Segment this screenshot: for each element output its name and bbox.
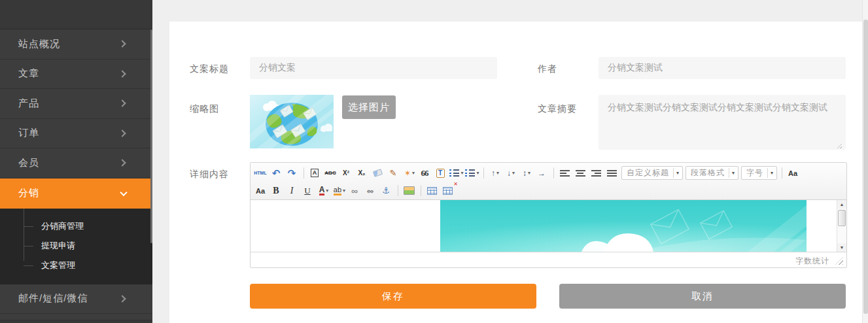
rich-text-editor: HTML ↶ ↷ <box>250 162 847 268</box>
thumbnail-image <box>250 95 334 148</box>
sidebar-item[interactable]: 站点概况 <box>0 29 152 60</box>
sidebar-subitem[interactable]: 文案管理 <box>0 256 152 275</box>
chevron-down-icon <box>120 188 127 196</box>
page-scrollbar-thumb[interactable] <box>863 20 868 314</box>
eraser-icon[interactable] <box>371 166 385 180</box>
anchor-icon[interactable]: ⚓ <box>379 184 394 198</box>
to-uppercase-icon[interactable]: Aa <box>786 166 801 180</box>
editor-toolbar: HTML ↶ ↷ <box>251 163 846 200</box>
sidebar-subitem[interactable]: 提现申请 <box>0 236 152 256</box>
indent-icon[interactable]: → <box>535 166 549 180</box>
paragraph-format-select[interactable]: 段落格式 ▾ <box>686 166 738 180</box>
toolbar-separator <box>553 167 554 178</box>
editor-content-area[interactable]: ▲ ▼ <box>251 200 846 252</box>
toolbar-row-2: Aa B I U <box>253 182 844 199</box>
html-source-icon[interactable]: HTML <box>254 166 268 180</box>
toolbar-row-1: HTML ↶ ↷ <box>253 164 844 182</box>
delete-table-icon[interactable] <box>441 184 455 198</box>
font-color-icon[interactable]: A ▾ <box>317 184 331 198</box>
autotypeset-icon[interactable]: ✶ ▾ <box>402 166 417 180</box>
content-banner-image <box>440 200 807 252</box>
cancel-button[interactable]: 取消 <box>559 284 846 309</box>
to-lowercase-icon[interactable]: Aa <box>254 184 268 198</box>
sidebar-submenu: 分销商管理 提现申请 文案管理 <box>0 209 152 284</box>
underline-icon[interactable]: U <box>301 184 315 198</box>
save-button[interactable]: 保存 <box>250 284 536 309</box>
paste-text-icon[interactable]: T <box>434 166 448 180</box>
undo-icon[interactable]: ↶ <box>269 166 284 180</box>
image-icon[interactable] <box>402 184 417 198</box>
font-size-select[interactable]: 字号 ▾ <box>741 166 777 180</box>
content-panel: 文案标题 作者 缩略图 选 <box>169 22 862 323</box>
thumbnail-label: 缩略图 <box>190 103 219 115</box>
editor-scrollbar: ▲ ▼ <box>837 200 846 252</box>
word-count-label: 字数统计 <box>795 256 829 267</box>
align-center-icon[interactable] <box>574 166 588 180</box>
custom-title-select[interactable]: 自定义标题 ▾ <box>621 166 683 180</box>
choose-image-button[interactable]: 选择图片 <box>342 95 396 119</box>
author-input[interactable] <box>599 57 846 79</box>
sidebar-menu-bottom: 邮件/短信/微信 <box>0 284 152 314</box>
back-color-icon[interactable]: ab ▾ <box>332 184 347 198</box>
toolbar-separator <box>782 167 782 178</box>
chevron-right-icon <box>118 70 126 77</box>
char-border-icon[interactable]: A <box>308 166 322 180</box>
title-input[interactable] <box>250 57 497 79</box>
subscript-icon[interactable]: X₂ <box>355 166 370 180</box>
editor-scrollbar-thumb[interactable] <box>838 210 846 226</box>
blockquote-icon[interactable]: 66 <box>418 166 432 180</box>
format-brush-icon[interactable]: ✎ <box>387 166 401 180</box>
sidebar: 站点概况 文章 产品 订单 会员 分销 <box>0 0 152 323</box>
scroll-down-icon[interactable]: ▼ <box>837 243 846 252</box>
redo-icon[interactable]: ↷ <box>285 166 300 180</box>
unordered-list-icon[interactable]: ▾ <box>465 166 479 180</box>
align-left-icon[interactable] <box>558 166 572 180</box>
editor-resize-grip[interactable] <box>835 257 843 265</box>
rowspacing-top-icon[interactable]: ↑ ▾ <box>488 166 502 180</box>
sidebar-next-item-stub <box>0 320 152 323</box>
sidebar-item[interactable]: 订单 <box>0 119 152 149</box>
unlink-icon[interactable]: ∞ <box>364 184 378 198</box>
strikethrough-icon[interactable]: ABC <box>324 166 338 180</box>
sidebar-menu-top: 站点概况 文章 产品 订单 会员 <box>0 29 152 178</box>
toolbar-separator <box>421 185 421 196</box>
insert-table-icon[interactable] <box>425 184 440 198</box>
toolbar-separator <box>483 167 484 178</box>
sidebar-item[interactable]: 邮件/短信/微信 <box>0 284 152 314</box>
sidebar-item-distribution[interactable]: 分销 <box>0 178 152 209</box>
scroll-up-icon[interactable]: ▲ <box>837 200 846 209</box>
bold-icon[interactable]: B <box>269 184 284 198</box>
italic-icon[interactable]: I <box>285 184 300 198</box>
sidebar-header <box>0 0 152 29</box>
sidebar-scrollbar-thumb[interactable] <box>150 29 152 243</box>
page-scrollbar <box>862 0 868 323</box>
author-label: 作者 <box>538 63 557 75</box>
align-right-icon[interactable] <box>589 166 604 180</box>
superscript-icon[interactable]: X² <box>339 166 354 180</box>
editor-status-bar: 字数统计 <box>251 252 846 267</box>
sidebar-item[interactable]: 产品 <box>0 89 152 119</box>
align-justify-icon[interactable] <box>605 166 619 180</box>
chevron-right-icon <box>118 295 126 302</box>
ordered-list-icon[interactable]: ▾ <box>449 166 464 180</box>
sidebar-subitem[interactable]: 分销商管理 <box>0 216 152 236</box>
line-height-icon[interactable]: ↕ ▾ <box>519 166 534 180</box>
toolbar-separator <box>398 185 398 196</box>
summary-label: 文章摘要 <box>538 103 577 115</box>
summary-textarea[interactable]: 分销文案测试分销文案测试分销文案测试分销文案测试 <box>599 95 846 150</box>
link-icon[interactable]: ∞ <box>348 184 362 198</box>
chevron-right-icon <box>118 41 126 48</box>
rowspacing-bottom-icon[interactable]: ↓ ▾ <box>504 166 518 180</box>
title-label: 文案标题 <box>190 63 229 75</box>
sidebar-item[interactable]: 文章 <box>0 60 152 90</box>
toolbar-separator <box>304 167 304 178</box>
chevron-right-icon <box>118 100 126 107</box>
sidebar-item[interactable]: 会员 <box>0 148 152 178</box>
chevron-right-icon <box>118 160 126 167</box>
content-label: 详细内容 <box>190 169 229 180</box>
chevron-right-icon <box>118 129 126 137</box>
